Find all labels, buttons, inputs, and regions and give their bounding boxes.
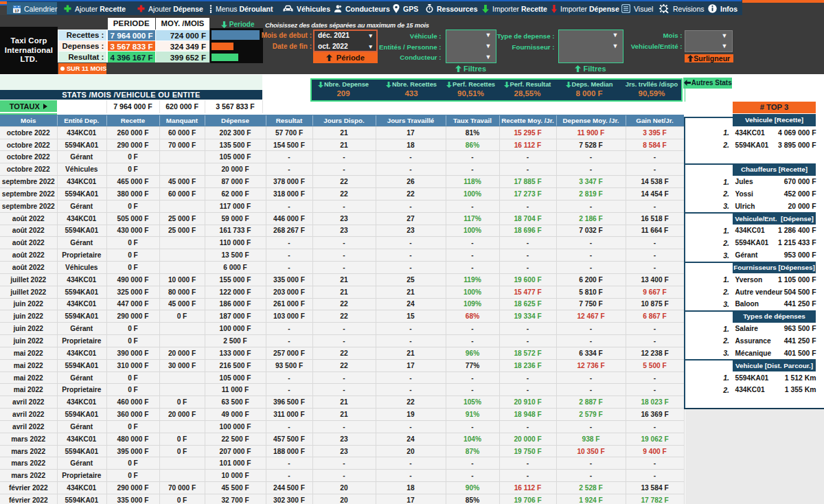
svg-text:17: 17 <box>14 8 19 12</box>
